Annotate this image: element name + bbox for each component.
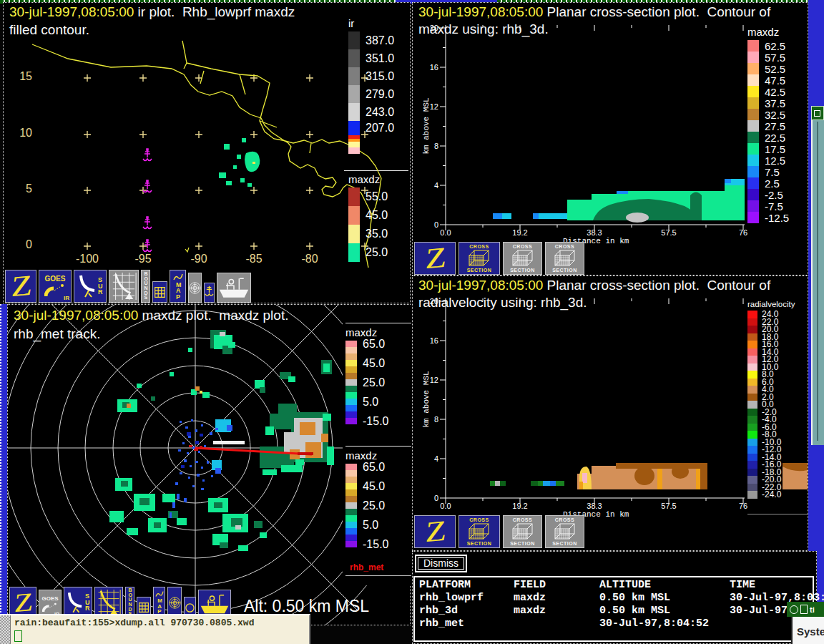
- colorbar-segment: [747, 386, 757, 394]
- table-cell: PLATFORM: [419, 579, 514, 592]
- colorbar-segment: [345, 502, 357, 509]
- terminal-scrollbar[interactable]: [0, 615, 11, 644]
- cross-label: CROSS: [469, 244, 489, 249]
- survey-radar-button[interactable]: SUR: [74, 270, 107, 303]
- colorbar-value: 279.0: [366, 88, 394, 101]
- panel-title: maxdz plot. maxdz plot.: [138, 308, 288, 323]
- colorbar-segment: [747, 341, 757, 348]
- colorbar-segment: [345, 496, 357, 502]
- table-row: PLATFORMFIELDALTITUDETIME: [419, 579, 813, 592]
- panel-timestamp: 30-jul-1997,08:05:00: [9, 4, 134, 19]
- colorbar-segment: [345, 418, 357, 424]
- zebra-logo-button[interactable]: Z: [414, 242, 456, 275]
- bounds-button[interactable]: BOUNDS: [141, 270, 150, 303]
- colorbar-segment: [345, 353, 357, 360]
- colorbar-segment: [747, 424, 757, 431]
- zebra-logo-button[interactable]: Z: [5, 270, 36, 303]
- separator-line: [345, 446, 411, 447]
- table-cell: FIELD: [514, 579, 599, 592]
- separator-line: [345, 323, 411, 323]
- goes-label: GOES: [41, 596, 58, 602]
- cross-section-button[interactable]: CROSS SECTION: [545, 515, 584, 548]
- colorbar-segment: [348, 85, 360, 103]
- colorbar-value: 25.0: [363, 499, 385, 512]
- colorbar-segment: [345, 411, 357, 418]
- xsection-maxdz-panel: 30-jul-1997,08:05:00 Planar cross-sectio…: [412, 2, 808, 275]
- table-row: rhb_3dmaxdz0.50 km MSL30-Jul-97,8:04:34: [419, 605, 813, 618]
- platform-table: PLATFORMFIELDALTITUDETIMErhb_lowprfmaxdz…: [413, 576, 814, 642]
- buoy-button[interactable]: [204, 283, 215, 303]
- ship-button[interactable]: [217, 273, 251, 303]
- corner-dialog[interactable]: Syste: [791, 617, 824, 644]
- colorbar-value: 25.0: [363, 376, 385, 389]
- cross-section-button[interactable]: CROSS SECTION: [503, 515, 542, 548]
- colorbar-segment: [345, 464, 357, 470]
- zebra-z-glyph: Z: [9, 274, 32, 298]
- colorbar-segment: [348, 147, 360, 154]
- colorbar-value: -24.0: [762, 489, 781, 499]
- range-rings-icon: [189, 282, 201, 294]
- dismiss-button[interactable]: Dismiss: [415, 555, 467, 572]
- colorbar-segment: [348, 243, 360, 262]
- table-cell: rhb_met: [419, 618, 514, 630]
- cross-section-button[interactable]: CROSS SECTION: [545, 242, 584, 275]
- panel-timestamp: 30-jul-1997,08:05:00: [14, 308, 138, 323]
- map-squiggle-icon: [172, 273, 184, 282]
- colorbar-segment: [747, 348, 757, 356]
- colorbar-value: 35.0: [366, 228, 388, 240]
- colorbar-segment: [345, 379, 357, 386]
- cross-label: CROSS: [513, 244, 532, 249]
- grid-button[interactable]: [152, 281, 167, 303]
- platform-info-window: Dismiss PLATFORMFIELDALTITUDETIMErhb_low…: [412, 551, 817, 644]
- colorbar-segment: [747, 416, 757, 424]
- colorbar-value: 25.0: [366, 246, 388, 259]
- colorbar-segment: [747, 356, 757, 364]
- section-label: SECTION: [510, 541, 535, 546]
- colorbar-value: 65.0: [363, 461, 385, 474]
- table-cell: ALTITUDE: [599, 579, 730, 592]
- colorbar-segment: [747, 97, 759, 109]
- range-rings-button[interactable]: [188, 273, 202, 303]
- cross-section-button-active[interactable]: CROSS SECTION: [458, 515, 500, 548]
- zebra-logo-button[interactable]: Z: [414, 515, 456, 548]
- colorbar-segment: [747, 431, 757, 439]
- colorbar-segment: [345, 399, 357, 405]
- colorbar-segment: [747, 446, 757, 454]
- map-button[interactable]: MAP: [170, 270, 186, 303]
- colorbar-segment: [747, 379, 757, 386]
- colorbar-value: 7.5: [765, 166, 780, 178]
- colorbar-segment: [747, 132, 759, 143]
- colorbar-value: 32.5: [765, 109, 785, 121]
- buoy-markers: [143, 149, 152, 252]
- cross-section-button[interactable]: CROSS SECTION: [503, 242, 542, 275]
- ship-icon: [200, 593, 230, 615]
- colorbar-value: 5.0: [363, 396, 378, 409]
- colorbar-segment: [747, 109, 759, 120]
- terminal-cursor: [14, 630, 22, 642]
- colorbar-segment: [747, 326, 757, 333]
- range-rings-icon: [169, 597, 181, 609]
- cube-icon: [467, 249, 491, 268]
- window-circle-icon[interactable]: [790, 605, 798, 614]
- xsection-radialvelocity-panel: 30-jul-1997,08:05:00 Planar cross-sectio…: [412, 275, 808, 551]
- section-label: SECTION: [552, 268, 577, 273]
- colorbar-value: 5.0: [363, 519, 378, 532]
- colorbar-segment: [345, 477, 357, 483]
- survey-grid-button[interactable]: [109, 270, 139, 303]
- colorbar-segment: [348, 142, 360, 147]
- corner-window-titlebar[interactable]: ti: [787, 602, 824, 617]
- colorbar-segment: [345, 541, 357, 547]
- table-cell: 0.50 km MSL: [599, 592, 730, 605]
- colorbar-segment: [345, 509, 357, 515]
- panel-title-line2: rhb_met track.: [14, 326, 100, 342]
- terminal-window[interactable]: rain:beaufait:155>xdump.all 970730.0805.…: [0, 614, 310, 644]
- goes-ir-button[interactable]: GOES IR: [39, 270, 72, 303]
- table-cell: TIME: [730, 579, 813, 592]
- cross-section-button-active[interactable]: CROSS SECTION: [458, 242, 500, 275]
- window-document-icon[interactable]: [800, 605, 808, 614]
- panel-timestamp: 30-jul-1997,08:05:00: [418, 278, 543, 293]
- colorbar-value: 42.5: [765, 86, 785, 98]
- table-cell: maxdz: [514, 592, 599, 605]
- cross-label: CROSS: [513, 517, 532, 522]
- colorbar-segment: [345, 470, 357, 477]
